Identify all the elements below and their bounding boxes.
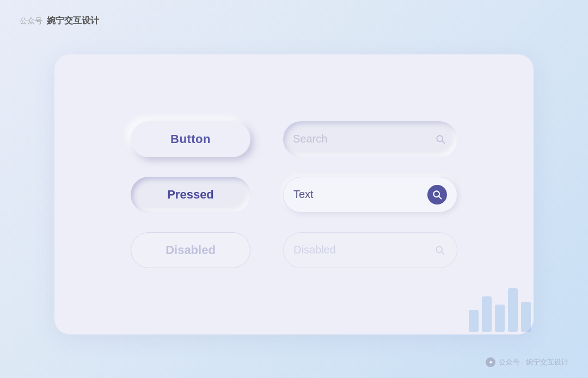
header-title: 婉宁交互设计 [47, 15, 99, 27]
svg-line-5 [442, 251, 444, 254]
wechat-icon: ✦ [486, 357, 495, 367]
main-card: Button Search Pressed Text [54, 54, 534, 334]
header-prefix: 公众号 [20, 16, 42, 26]
button-disabled: Disabled [131, 232, 250, 268]
search-normal[interactable]: Search [283, 121, 457, 157]
row-normal: Button Search [87, 121, 501, 157]
search-icon-normal [433, 132, 448, 146]
button-pressed[interactable]: Pressed [131, 177, 250, 213]
search-normal-placeholder: Search [293, 133, 428, 145]
footer-text: 公众号 · 婉宁交互设计 [499, 357, 568, 367]
search-disabled: Disabled [283, 232, 457, 268]
search-pressed[interactable]: Text [283, 177, 457, 213]
row-disabled: Disabled Disabled [87, 232, 501, 268]
header: 公众号 婉宁交互设计 [20, 15, 99, 27]
search-pressed-value: Text [293, 188, 422, 201]
button-normal[interactable]: Button [131, 121, 250, 157]
search-disabled-placeholder: Disabled [293, 244, 427, 256]
search-icon-disabled [433, 243, 447, 257]
svg-line-3 [439, 196, 442, 199]
footer-watermark: ✦ 公众号 · 婉宁交互设计 [486, 357, 568, 367]
svg-line-1 [442, 140, 445, 143]
row-pressed: Pressed Text [87, 177, 501, 213]
search-icon-pressed[interactable] [427, 185, 447, 205]
